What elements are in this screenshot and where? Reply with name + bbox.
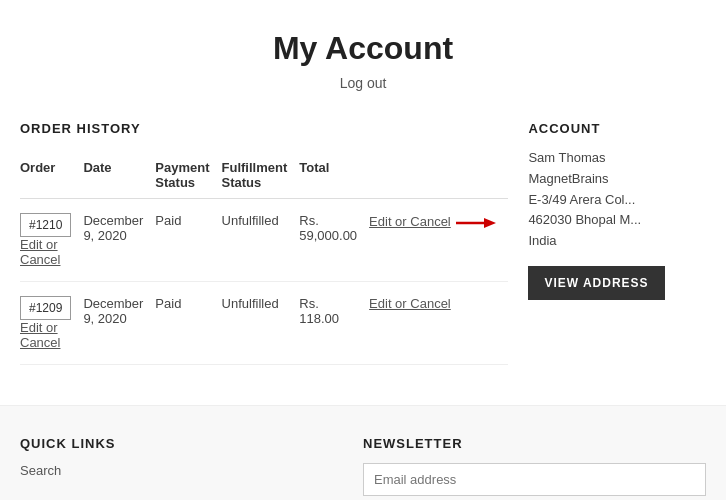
order-date-cell-2: December 9, 2020 xyxy=(83,282,155,365)
account-section: ACCOUNT Sam Thomas MagnetBrains E-3/49 A… xyxy=(508,121,708,365)
order-id-button[interactable]: #1210 xyxy=(20,213,71,237)
main-content: ORDER HISTORY Order Date PaymentStatus F… xyxy=(0,101,726,405)
fulfillment-status-cell-1: Unfulfilled xyxy=(222,199,300,282)
order-history-section: ORDER HISTORY Order Date PaymentStatus F… xyxy=(20,121,508,365)
payment-status-cell-1: Paid xyxy=(155,199,221,282)
quick-links-section: Quick links Search xyxy=(20,436,363,496)
fulfillment-status-cell-2: Unfulfilled xyxy=(222,282,300,365)
col-total: Total xyxy=(299,152,369,199)
col-fulfillment: FulfillmentStatus xyxy=(222,152,300,199)
orders-table: Order Date PaymentStatus FulfillmentStat… xyxy=(20,152,508,365)
newsletter-email-input[interactable] xyxy=(363,463,706,496)
edit-cancel-action-row2[interactable]: Edit or Cancel xyxy=(369,296,451,311)
order-date-cell-1: December 9, 2020 xyxy=(83,199,155,282)
account-section-title: ACCOUNT xyxy=(528,121,708,136)
col-date: Date xyxy=(83,152,155,199)
footer: Quick links Search Newsletter xyxy=(0,405,726,500)
view-address-button[interactable]: VIEW ADDRESS xyxy=(528,266,664,300)
edit-cancel-action-row1[interactable]: Edit or Cancel xyxy=(369,214,451,229)
table-row: #1210 Edit orCancel December 9, 2020 Pai… xyxy=(20,199,508,282)
account-country: India xyxy=(528,231,708,252)
action-cell-2: Edit or Cancel xyxy=(369,282,508,365)
account-name: Sam Thomas xyxy=(528,148,708,169)
page-title: My Account xyxy=(20,30,706,67)
edit-cancel-link-row2[interactable]: Edit orCancel xyxy=(20,320,60,350)
table-row: #1209 Edit orCancel December 9, 2020 Pai… xyxy=(20,282,508,365)
account-info: Sam Thomas MagnetBrains E-3/49 Arera Col… xyxy=(528,148,708,252)
table-header-row: Order Date PaymentStatus FulfillmentStat… xyxy=(20,152,508,199)
account-address: E-3/49 Arera Col... xyxy=(528,190,708,211)
account-postal: 462030 Bhopal M... xyxy=(528,210,708,231)
col-actions xyxy=(369,152,508,199)
action-cell-1: Edit or Cancel xyxy=(369,199,508,282)
quick-links-title: Quick links xyxy=(20,436,363,451)
order-id-cell: #1210 Edit orCancel xyxy=(20,199,83,282)
red-arrow-icon xyxy=(456,213,496,233)
edit-cancel-link-row1[interactable]: Edit orCancel xyxy=(20,237,60,267)
col-order: Order xyxy=(20,152,83,199)
total-cell-1: Rs. 59,000.00 xyxy=(299,199,369,282)
payment-status-cell-2: Paid xyxy=(155,282,221,365)
order-id-button-2[interactable]: #1209 xyxy=(20,296,71,320)
order-history-title: ORDER HISTORY xyxy=(20,121,508,136)
account-company: MagnetBrains xyxy=(528,169,708,190)
col-payment: PaymentStatus xyxy=(155,152,221,199)
newsletter-section: Newsletter xyxy=(363,436,706,496)
logout-link[interactable]: Log out xyxy=(340,75,387,91)
page-header: My Account Log out xyxy=(0,0,726,101)
svg-marker-1 xyxy=(484,218,496,228)
total-cell-2: Rs. 118.00 xyxy=(299,282,369,365)
order-id-cell-2: #1209 Edit orCancel xyxy=(20,282,83,365)
search-link[interactable]: Search xyxy=(20,463,363,478)
newsletter-title: Newsletter xyxy=(363,436,706,451)
